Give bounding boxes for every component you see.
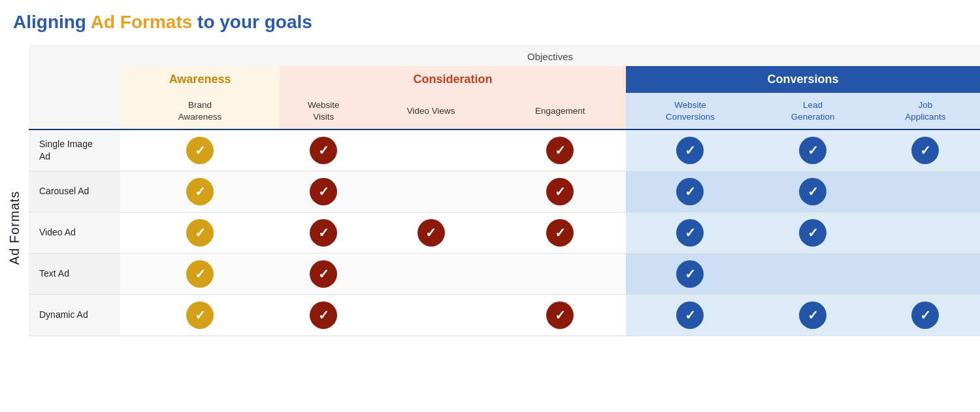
check-consideration-icon: ✓: [310, 178, 337, 205]
check-consideration-icon: ✓: [310, 301, 337, 329]
cell-text-awareness: ✓: [120, 254, 280, 295]
consideration-header: Consideration: [280, 66, 626, 93]
check-awareness-icon: ✓: [186, 137, 214, 164]
cell-carousel-lead-generation: ✓: [755, 171, 871, 213]
cell-single-image-awareness: ✓: [120, 129, 280, 171]
check-conversions-icon: ✓: [676, 301, 704, 329]
cell-single-image-lead-generation: ✓: [755, 129, 871, 171]
check-consideration-icon: ✓: [546, 178, 574, 205]
row-label-carousel: Carousel Ad: [29, 171, 120, 213]
cell-single-image-job-applicants: ✓: [871, 129, 980, 171]
check-awareness-icon: ✓: [186, 260, 214, 288]
cell-video-awareness: ✓: [120, 213, 280, 254]
table-row: Carousel Ad ✓ ✓ ✓ ✓ ✓: [29, 171, 980, 213]
cell-text-job-applicants: [871, 254, 980, 295]
cell-video-video-views: ✓: [367, 213, 494, 254]
category-row: Awareness Consideration Conversions: [29, 66, 980, 93]
check-conversions-icon: ✓: [911, 137, 939, 164]
check-conversions-icon: ✓: [911, 301, 939, 329]
check-conversions-icon: ✓: [676, 260, 704, 288]
cell-video-website-visits: ✓: [280, 213, 367, 254]
cell-dynamic-website-conversions: ✓: [626, 295, 755, 336]
cell-dynamic-awareness: ✓: [120, 295, 280, 336]
check-consideration-icon: ✓: [546, 219, 574, 247]
row-label-single-image: Single ImageAd: [29, 129, 120, 171]
cell-text-engagement: [495, 254, 626, 295]
cell-single-image-video-views: [367, 129, 494, 171]
cell-text-website-visits: ✓: [280, 254, 367, 295]
cell-carousel-website-conversions: ✓: [626, 171, 755, 213]
check-awareness-icon: ✓: [186, 178, 214, 205]
conversions-header: Conversions: [626, 66, 980, 93]
check-conversions-icon: ✓: [799, 178, 826, 205]
awareness-header: Awareness: [120, 66, 280, 93]
cell-carousel-website-visits: ✓: [280, 171, 367, 213]
side-label: Ad Formats: [0, 44, 29, 411]
subheader-engagement: Engagement: [495, 93, 626, 129]
cell-dynamic-engagement: ✓: [495, 295, 626, 336]
check-conversions-icon: ✓: [799, 137, 826, 164]
subheader-website-conversions: WebsiteConversions: [626, 93, 755, 129]
table-row: Dynamic Ad ✓ ✓ ✓ ✓ ✓ ✓: [29, 295, 980, 336]
subheader-lead-generation: LeadGeneration: [755, 93, 871, 129]
cell-dynamic-lead-generation: ✓: [755, 295, 871, 336]
table-row: Single ImageAd ✓ ✓ ✓ ✓ ✓ ✓: [29, 129, 980, 171]
subheader-row: BrandAwareness WebsiteVisits Video Views…: [29, 93, 980, 129]
cell-video-lead-generation: ✓: [755, 213, 871, 254]
objectives-row: Objectives: [29, 44, 980, 66]
check-conversions-icon: ✓: [676, 219, 704, 247]
subheader-video-views: Video Views: [367, 93, 494, 129]
cell-single-image-engagement: ✓: [495, 129, 626, 171]
cell-dynamic-website-visits: ✓: [280, 295, 367, 336]
cell-single-image-website-visits: ✓: [280, 129, 367, 171]
cell-carousel-job-applicants: [871, 171, 980, 213]
check-awareness-icon: ✓: [186, 301, 214, 329]
check-consideration-icon: ✓: [546, 137, 574, 164]
cell-text-video-views: [367, 254, 494, 295]
check-conversions-icon: ✓: [676, 137, 704, 164]
page-title: Aligning Ad Formats to your goals: [0, 0, 980, 44]
objectives-label: Objectives: [120, 44, 980, 66]
check-awareness-icon: ✓: [186, 219, 214, 247]
check-consideration-icon: ✓: [310, 137, 337, 164]
check-consideration-icon: ✓: [310, 219, 337, 247]
subheader-job-applicants: JobApplicants: [871, 93, 980, 129]
check-consideration-icon: ✓: [546, 301, 574, 329]
cell-carousel-awareness: ✓: [120, 171, 280, 213]
check-consideration-icon: ✓: [310, 260, 337, 288]
cell-dynamic-job-applicants: ✓: [871, 295, 980, 336]
cell-single-image-website-conversions: ✓: [626, 129, 755, 171]
cell-video-website-conversions: ✓: [626, 213, 755, 254]
cell-video-engagement: ✓: [495, 213, 626, 254]
check-consideration-icon: ✓: [417, 219, 445, 247]
subheader-brand-awareness: BrandAwareness: [120, 93, 280, 129]
cell-text-lead-generation: [755, 254, 871, 295]
subheader-website-visits: WebsiteVisits: [280, 93, 367, 129]
table-row: Text Ad ✓ ✓ ✓: [29, 254, 980, 295]
row-label-video: Video Ad: [29, 213, 120, 254]
table-wrapper: Objectives Awareness Consideration Conve…: [29, 44, 980, 411]
cell-text-website-conversions: ✓: [626, 254, 755, 295]
cell-dynamic-video-views: [367, 295, 494, 336]
row-label-text: Text Ad: [29, 254, 120, 295]
table-row: Video Ad ✓ ✓ ✓ ✓ ✓ ✓: [29, 213, 980, 254]
row-label-dynamic: Dynamic Ad: [29, 295, 120, 336]
check-conversions-icon: ✓: [676, 178, 704, 205]
check-conversions-icon: ✓: [799, 301, 826, 329]
cell-video-job-applicants: [871, 213, 980, 254]
cell-carousel-engagement: ✓: [495, 171, 626, 213]
cell-carousel-video-views: [367, 171, 494, 213]
check-conversions-icon: ✓: [799, 219, 826, 247]
